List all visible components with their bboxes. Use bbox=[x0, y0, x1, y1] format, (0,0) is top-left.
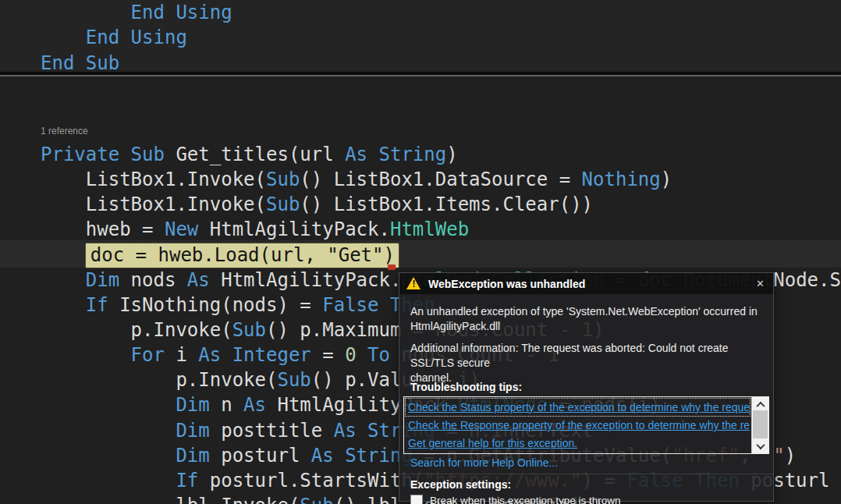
code-line: ListBox1.Invoke(Sub() ListBox1.Items.Cle… bbox=[41, 192, 593, 217]
highlighted-statement: doc = hweb.Load(url, "Get") bbox=[86, 243, 399, 268]
error-marker-icon bbox=[388, 264, 396, 270]
break-checkbox-row[interactable]: Break when this exception type is thrown bbox=[410, 495, 621, 504]
scroll-up-icon[interactable] bbox=[752, 399, 768, 410]
warning-icon bbox=[406, 277, 421, 290]
break-checkbox-label: Break when this exception type is thrown bbox=[430, 495, 621, 504]
exception-message: An unhandled exception of type 'System.N… bbox=[410, 304, 764, 334]
exception-dialog-titlebar: WebException was unhandled ✕ bbox=[399, 273, 773, 294]
code-line: hweb = New HtmlAgilityPack.HtmlWeb bbox=[41, 217, 469, 242]
troubleshooting-tips-list: Check the Status property of the excepti… bbox=[403, 396, 769, 454]
exception-additional-info: Additional information: The request was … bbox=[410, 341, 764, 385]
scrollbar-thumb[interactable] bbox=[753, 410, 768, 438]
break-checkbox[interactable] bbox=[410, 495, 423, 504]
exception-dialog-body: An unhandled exception of type 'System.N… bbox=[399, 294, 773, 501]
search-help-online-link[interactable]: Search for more Help Online... bbox=[410, 456, 558, 470]
scroll-down-icon[interactable] bbox=[752, 441, 768, 451]
code-line: Private Sub Get_titles(url As String) bbox=[41, 142, 458, 167]
code-line: ListBox1.Invoke(Sub() ListBox1.DataSourc… bbox=[41, 167, 672, 192]
troubleshooting-tips-label: Troubleshooting tips: bbox=[410, 381, 522, 393]
close-icon[interactable]: ✕ bbox=[754, 278, 766, 289]
code-editor-screen: End Using End UsingEnd Sub 1 reference P… bbox=[0, 0, 841, 504]
tip-link[interactable]: Check the Status property of the excepti… bbox=[406, 399, 750, 416]
exception-dialog: WebException was unhandled ✕ An unhandle… bbox=[399, 272, 774, 502]
dialog-separator bbox=[399, 474, 773, 474]
tip-link[interactable]: Check the Response property of the excep… bbox=[406, 417, 750, 434]
tips-scrollbar[interactable] bbox=[751, 397, 768, 453]
tips-links-container: Check the Status property of the excepti… bbox=[404, 397, 751, 453]
code-line: If IsNothing(nods) = False Then bbox=[41, 293, 435, 318]
code-line: doc = hweb.Load(url, "Get") bbox=[41, 243, 399, 268]
exception-dialog-title: WebException was unhandled bbox=[428, 278, 747, 290]
tip-link[interactable]: Get general help for this exception. bbox=[406, 435, 750, 452]
exception-settings-label: Exception settings: bbox=[410, 478, 511, 491]
